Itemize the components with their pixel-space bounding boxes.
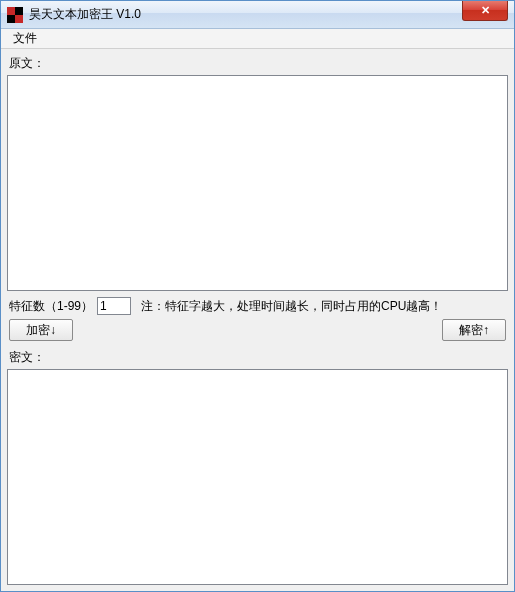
app-icon	[7, 7, 23, 23]
decrypt-button[interactable]: 解密↑	[442, 319, 506, 341]
menu-file[interactable]: 文件	[5, 28, 45, 49]
plaintext-label: 原文：	[7, 53, 508, 75]
svg-rect-2	[15, 15, 23, 23]
encrypt-button[interactable]: 加密↓	[9, 319, 73, 341]
ciphertext-wrap	[7, 369, 508, 585]
client-area: 原文： 特征数（1-99） 注：特征字越大，处理时间越长，同时占用的CPU越高！…	[1, 49, 514, 591]
feature-note: 注：特征字越大，处理时间越长，同时占用的CPU越高！	[141, 298, 442, 315]
feature-label: 特征数（1-99）	[9, 298, 93, 315]
app-window: 昊天文本加密王 V1.0 ✕ 文件 原文： 特征数（1-99） 注：特征字越大，…	[0, 0, 515, 592]
menubar: 文件	[1, 29, 514, 49]
ciphertext-input[interactable]	[8, 370, 507, 584]
feature-row: 特征数（1-99） 注：特征字越大，处理时间越长，同时占用的CPU越高！	[7, 291, 508, 317]
svg-rect-1	[7, 7, 15, 15]
window-title: 昊天文本加密王 V1.0	[29, 6, 462, 23]
close-button[interactable]: ✕	[462, 1, 508, 21]
plaintext-input[interactable]	[8, 76, 507, 290]
close-icon: ✕	[481, 5, 490, 16]
titlebar: 昊天文本加密王 V1.0 ✕	[1, 1, 514, 29]
ciphertext-label: 密文：	[7, 347, 508, 369]
plaintext-wrap	[7, 75, 508, 291]
feature-input[interactable]	[97, 297, 131, 315]
button-row: 加密↓ 解密↑	[7, 317, 508, 347]
